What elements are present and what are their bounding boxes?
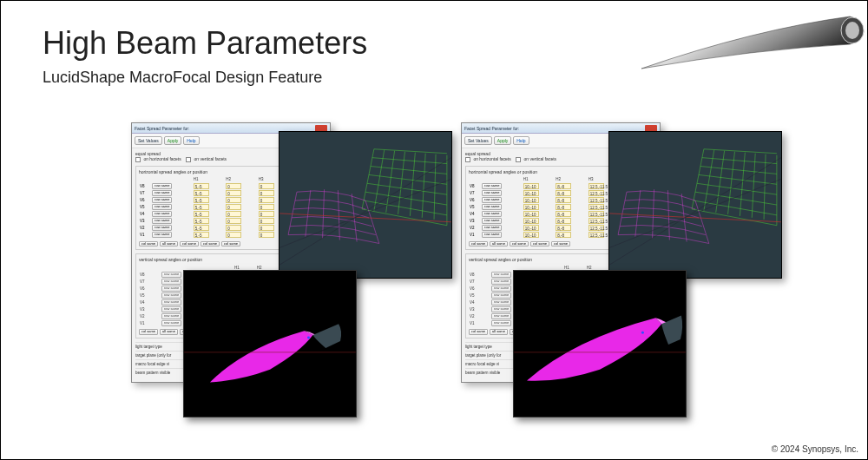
col-same-button[interactable]: col same xyxy=(221,241,240,247)
cell-input[interactable]: 0 xyxy=(226,211,241,217)
col-same-button[interactable]: col same xyxy=(139,241,158,247)
row-same-button[interactable]: row same xyxy=(491,299,511,306)
row-same-button[interactable]: row same xyxy=(161,299,181,306)
cell-input[interactable]: 0 xyxy=(226,204,241,210)
cell-input[interactable]: 10,-10 xyxy=(523,218,539,224)
cell-input[interactable]: 8,-8 xyxy=(556,204,571,210)
cell-input[interactable]: 0 xyxy=(259,225,274,231)
render-viewport-right[interactable] xyxy=(513,270,687,417)
row-same-button[interactable]: row same xyxy=(152,232,172,238)
cell-input[interactable]: 0 xyxy=(259,211,274,217)
row-same-button[interactable]: row same xyxy=(482,190,502,196)
vertical-checkbox[interactable] xyxy=(186,157,191,162)
cell-input[interactable]: 10,-10 xyxy=(523,197,539,203)
render-viewport-left[interactable] xyxy=(183,270,357,417)
cell-input[interactable]: 5,-5 xyxy=(194,183,209,189)
row-same-button[interactable]: row same xyxy=(161,292,181,299)
col-same-button[interactable]: col same xyxy=(530,241,549,247)
col-same-button[interactable]: col same xyxy=(469,329,488,335)
cell-input[interactable]: 10,-10 xyxy=(523,232,539,238)
cell-input[interactable]: 10,-10 xyxy=(523,204,539,210)
cell-input[interactable]: 10,-10 xyxy=(523,225,539,231)
cell-input[interactable]: 12.5,-11.5 xyxy=(589,204,604,210)
row-same-button[interactable]: row same xyxy=(152,211,172,217)
cell-input[interactable]: 12.5,-11.5 xyxy=(589,211,604,217)
cell-input[interactable]: 12.5,-11.5 xyxy=(589,183,604,189)
cell-input[interactable]: 0 xyxy=(226,183,241,189)
cell-input[interactable]: 12.5,-11.5 xyxy=(589,225,604,231)
row-same-button[interactable]: row same xyxy=(161,313,181,319)
cell-input[interactable]: 8,-8 xyxy=(556,190,571,196)
col-same-button[interactable]: col same xyxy=(139,329,158,335)
apply-button[interactable]: Apply xyxy=(494,136,512,145)
row-same-button[interactable]: row same xyxy=(152,190,172,196)
vertical-checkbox[interactable] xyxy=(516,157,521,162)
col-same-button[interactable]: col same xyxy=(551,241,570,247)
grid-viewport-left[interactable] xyxy=(279,131,452,279)
row-same-button[interactable]: row same xyxy=(491,306,511,312)
help-button[interactable]: Help xyxy=(513,136,529,145)
cell-input[interactable]: 5,-5 xyxy=(194,190,209,196)
all-same-button[interactable]: all same xyxy=(490,241,508,247)
horizontal-checkbox[interactable] xyxy=(465,157,470,162)
row-same-button[interactable]: row same xyxy=(482,232,502,238)
cell-input[interactable]: 8,-8 xyxy=(556,225,571,231)
cell-input[interactable]: 5,-5 xyxy=(194,225,209,231)
row-same-button[interactable]: row same xyxy=(482,197,502,203)
horizontal-checkbox[interactable] xyxy=(135,157,141,162)
row-same-button[interactable]: row same xyxy=(161,272,181,278)
set-values-button[interactable]: Set Values xyxy=(135,136,162,145)
apply-button[interactable]: Apply xyxy=(164,136,182,145)
cell-input[interactable]: 0 xyxy=(259,197,274,203)
cell-input[interactable]: 0 xyxy=(226,190,241,196)
all-same-button[interactable]: all same xyxy=(490,329,508,335)
row-same-button[interactable]: row same xyxy=(491,272,511,278)
cell-input[interactable]: 8,-8 xyxy=(556,211,571,217)
cell-input[interactable]: 8,-8 xyxy=(556,218,571,224)
cell-input[interactable]: 5,-5 xyxy=(194,218,209,224)
row-same-button[interactable]: row same xyxy=(491,320,511,326)
row-same-button[interactable]: row same xyxy=(482,211,502,217)
cell-input[interactable]: 5,-5 xyxy=(194,211,209,217)
cell-input[interactable]: 10,-10 xyxy=(523,183,539,189)
cell-input[interactable]: 5,-5 xyxy=(194,197,209,203)
all-same-button[interactable]: all same xyxy=(160,241,178,247)
cell-input[interactable]: 0 xyxy=(259,232,274,238)
grid-viewport-right[interactable] xyxy=(608,131,782,279)
row-same-button[interactable]: row same xyxy=(161,306,181,312)
cell-input[interactable]: 12.5,-11.5 xyxy=(589,197,604,203)
cell-input[interactable]: 0 xyxy=(259,204,274,210)
cell-input[interactable]: 0 xyxy=(259,190,274,196)
set-values-button[interactable]: Set Values xyxy=(464,136,492,145)
cell-input[interactable]: 0 xyxy=(226,218,241,224)
cell-input[interactable]: 10,-10 xyxy=(523,211,539,217)
row-same-button[interactable]: row same xyxy=(152,183,172,189)
row-same-button[interactable]: row same xyxy=(152,197,172,203)
row-same-button[interactable]: row same xyxy=(152,225,172,231)
cell-input[interactable]: 8,-8 xyxy=(556,183,571,189)
col-same-button[interactable]: col same xyxy=(510,241,529,247)
cell-input[interactable]: 0 xyxy=(259,218,274,224)
row-same-button[interactable]: row same xyxy=(491,313,511,319)
help-button[interactable]: Help xyxy=(183,136,199,145)
row-same-button[interactable]: row same xyxy=(152,204,172,210)
cell-input[interactable]: 0 xyxy=(226,197,241,203)
col-same-button[interactable]: col same xyxy=(180,241,199,247)
row-same-button[interactable]: row same xyxy=(161,279,181,285)
row-same-button[interactable]: row same xyxy=(491,292,511,299)
col-same-button[interactable]: col same xyxy=(201,241,220,247)
row-same-button[interactable]: row same xyxy=(482,183,502,189)
cell-input[interactable]: 8,-8 xyxy=(556,197,571,203)
row-same-button[interactable]: row same xyxy=(152,218,172,224)
cell-input[interactable]: 10,-10 xyxy=(523,190,539,196)
cell-input[interactable]: 12.5,-11.5 xyxy=(589,190,604,196)
cell-input[interactable]: 5,-5 xyxy=(194,232,209,238)
cell-input[interactable]: 12.5,-11.5 xyxy=(589,232,604,238)
row-same-button[interactable]: row same xyxy=(161,320,181,326)
row-same-button[interactable]: row same xyxy=(491,279,511,285)
all-same-button[interactable]: all same xyxy=(160,329,178,335)
cell-input[interactable]: 0 xyxy=(226,225,241,231)
row-same-button[interactable]: row same xyxy=(482,218,502,224)
row-same-button[interactable]: row same xyxy=(491,286,511,292)
row-same-button[interactable]: row same xyxy=(482,204,502,210)
